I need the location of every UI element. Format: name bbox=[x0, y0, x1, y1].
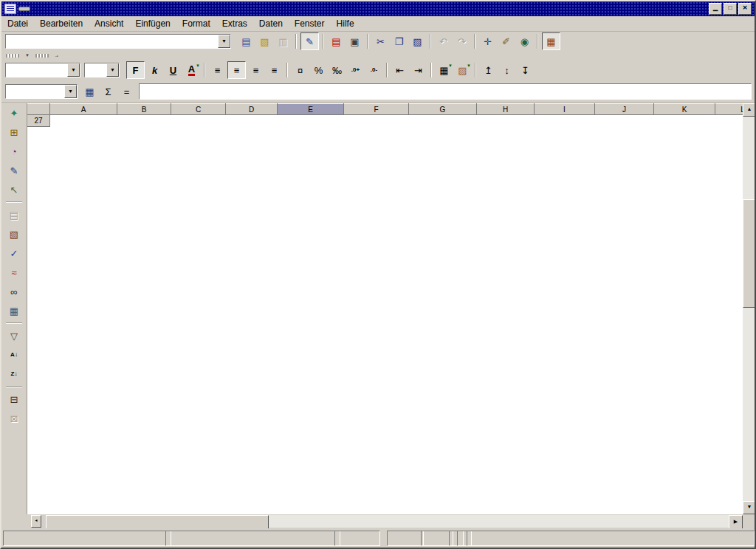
menu-item-einfügen[interactable]: Einfügen bbox=[129, 17, 176, 30]
insert-chart-icon[interactable]: ◔ bbox=[6, 143, 23, 159]
cell-reference-dropdown-icon[interactable]: ▼ bbox=[64, 85, 77, 98]
col-header-L[interactable]: L bbox=[715, 104, 745, 115]
align-center-icon[interactable]: ≡ bbox=[227, 61, 246, 79]
menu-item-daten[interactable]: Daten bbox=[253, 17, 289, 30]
add-decimal-icon[interactable]: .0+ bbox=[347, 62, 364, 78]
align-right-icon[interactable]: ≡ bbox=[247, 62, 264, 78]
background-color-icon[interactable]: ▨▼ bbox=[454, 62, 471, 78]
vertical-scrollbar-thumb[interactable] bbox=[743, 199, 756, 308]
decrease-indent-icon[interactable]: ⇤ bbox=[391, 62, 408, 78]
font-size-combobox[interactable]: ▼ bbox=[84, 63, 120, 77]
align-center-vertical-icon[interactable]: ↕ bbox=[498, 62, 515, 78]
menu-item-bearbeiten[interactable]: Bearbeiten bbox=[34, 17, 89, 30]
font-name-dropdown-icon[interactable]: ▼ bbox=[67, 63, 80, 77]
sum-icon[interactable]: Σ bbox=[100, 83, 117, 100]
autospellcheck-icon[interactable]: ≈ bbox=[6, 264, 23, 280]
function-wizard-icon[interactable]: ▦ bbox=[81, 83, 98, 100]
navigator-icon[interactable]: ✛ bbox=[479, 33, 496, 49]
delete-decimal-icon[interactable]: .0- bbox=[365, 62, 382, 78]
group-icon[interactable]: ⊟ bbox=[6, 391, 23, 407]
underline-icon[interactable]: U bbox=[165, 62, 182, 78]
scroll-down-icon[interactable]: ▼ bbox=[743, 501, 756, 514]
find-replace-icon[interactable]: ∞ bbox=[6, 283, 23, 300]
url-dropdown-icon[interactable]: ▼ bbox=[218, 35, 230, 48]
increase-indent-icon[interactable]: ⇥ bbox=[410, 62, 427, 78]
html-export-icon[interactable]: ◉ bbox=[516, 33, 533, 49]
number-format-currency-icon[interactable]: ¤ bbox=[292, 62, 309, 78]
col-header-K[interactable]: K bbox=[654, 104, 715, 115]
function-icon[interactable]: = bbox=[118, 83, 135, 100]
horizontal-scrollbar[interactable]: ▶ bbox=[46, 515, 743, 528]
sort-descending-icon[interactable]: Z↓ bbox=[6, 366, 23, 382]
spellcheck-icon[interactable]: ✓ bbox=[6, 245, 23, 261]
export-pdf-icon[interactable]: ▤ bbox=[328, 33, 345, 49]
italic-icon[interactable]: k bbox=[146, 62, 163, 78]
pushpin-icon[interactable] bbox=[18, 7, 30, 11]
align-top-icon[interactable]: ↥ bbox=[480, 62, 497, 78]
menu-item-format[interactable]: Format bbox=[176, 17, 216, 30]
spreadsheet-grid[interactable]: ABCDEFGHIJKL27 bbox=[27, 103, 744, 514]
menu-item-extras[interactable]: Extras bbox=[216, 17, 253, 30]
toolbar-grip-icon[interactable] bbox=[35, 54, 49, 58]
borders-icon[interactable]: ▦▼ bbox=[436, 62, 453, 78]
col-header-I[interactable]: I bbox=[535, 104, 595, 115]
sum-field[interactable] bbox=[467, 531, 755, 546]
title-bar[interactable]: ▁ □ ✕ bbox=[1, 1, 755, 16]
minimize-button[interactable]: ▁ bbox=[709, 3, 722, 15]
scroll-up-icon[interactable]: ▲ bbox=[743, 103, 756, 117]
cut-icon[interactable]: ✂ bbox=[372, 33, 389, 49]
maximize-button[interactable]: □ bbox=[724, 3, 737, 15]
close-button[interactable]: ✕ bbox=[738, 3, 752, 15]
zoom-level-field[interactable] bbox=[334, 531, 380, 546]
col-header-C[interactable]: C bbox=[171, 104, 226, 115]
form-controls-icon[interactable]: ↖ bbox=[6, 182, 23, 198]
url-combobox[interactable]: ▼ bbox=[5, 34, 231, 49]
menu-item-datei[interactable]: Datei bbox=[1, 17, 34, 30]
align-bottom-icon[interactable]: ↧ bbox=[517, 62, 534, 78]
menu-item-hilfe[interactable]: Hilfe bbox=[331, 17, 360, 30]
align-left-icon[interactable]: ≡ bbox=[209, 62, 226, 78]
scroll-right-icon[interactable]: ▶ bbox=[729, 515, 743, 529]
insert-object-icon[interactable]: ✦ bbox=[6, 105, 23, 121]
new-document-icon[interactable]: ▤ bbox=[238, 33, 255, 49]
justify-icon[interactable]: ≡ bbox=[266, 62, 283, 78]
autofilter-icon[interactable]: ▽ bbox=[6, 328, 23, 344]
menu-item-ansicht[interactable]: Ansicht bbox=[89, 17, 129, 30]
col-header-J[interactable]: J bbox=[595, 104, 654, 115]
font-name-combobox[interactable]: ▼ bbox=[5, 63, 80, 77]
gallery-icon[interactable]: ▦ bbox=[542, 32, 560, 50]
data-sources-icon[interactable]: ▦ bbox=[6, 303, 23, 319]
grid-corner-box[interactable] bbox=[27, 104, 50, 115]
menu-item-fenster[interactable]: Fenster bbox=[289, 17, 331, 30]
sort-ascending-icon[interactable]: A↓ bbox=[6, 347, 23, 363]
draw-functions-icon[interactable]: ✎ bbox=[6, 162, 23, 179]
format-paintbrush-icon[interactable]: ▧ bbox=[6, 226, 23, 242]
toolbar-pin-icon[interactable]: ⊸ bbox=[55, 53, 58, 58]
number-format-percent-icon[interactable]: % bbox=[310, 62, 327, 78]
open-document-icon[interactable]: ▧ bbox=[256, 33, 273, 49]
horizontal-scrollbar-thumb[interactable] bbox=[46, 515, 269, 529]
col-header-B[interactable]: B bbox=[117, 104, 171, 115]
col-header-H[interactable]: H bbox=[477, 104, 535, 115]
number-format-standard-icon[interactable]: ‰ bbox=[329, 62, 346, 78]
font-size-dropdown-icon[interactable]: ▼ bbox=[106, 63, 119, 77]
vertical-scrollbar[interactable]: ▲ ▼ bbox=[743, 103, 755, 514]
bold-icon[interactable]: F bbox=[126, 61, 145, 79]
col-header-F[interactable]: F bbox=[344, 104, 409, 115]
toolbar-collapse-icon[interactable]: ▼ bbox=[25, 53, 30, 58]
print-document-icon[interactable]: ▣ bbox=[346, 33, 363, 49]
col-header-D[interactable]: D bbox=[226, 104, 278, 115]
hyperlink-icon[interactable]: ✐ bbox=[498, 33, 515, 49]
formula-input[interactable] bbox=[139, 83, 752, 100]
cell-reference-box[interactable]: ▼ bbox=[5, 84, 78, 99]
col-header-G[interactable]: G bbox=[409, 104, 477, 115]
tab-split-handle[interactable]: ◂ bbox=[31, 515, 41, 528]
insert-cells-icon[interactable]: ⊞ bbox=[6, 124, 23, 140]
edit-file-icon[interactable]: ✎ bbox=[300, 32, 319, 50]
paste-icon[interactable]: ▨ bbox=[409, 33, 426, 49]
col-header-A[interactable]: A bbox=[50, 104, 117, 115]
col-header-E[interactable]: E bbox=[278, 104, 344, 115]
toolbar-grip-icon[interactable] bbox=[6, 54, 19, 58]
copy-icon[interactable]: ❐ bbox=[391, 33, 408, 49]
font-color-icon[interactable]: A▼ bbox=[183, 62, 200, 78]
